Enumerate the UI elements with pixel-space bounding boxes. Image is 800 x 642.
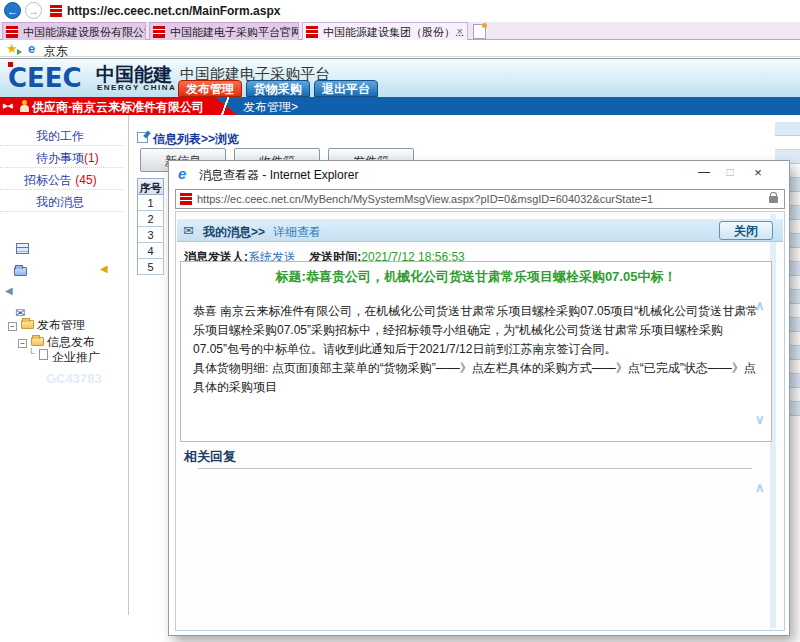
folder-open-icon [14, 267, 27, 276]
message-body-box: 标题:恭喜贵公司，机械化公司货送甘肃常乐项目螺栓采购07.05中标！ 恭喜 南京… [180, 261, 772, 442]
table-row[interactable]: 3 [138, 227, 164, 243]
browser-tab-2[interactable]: 中国能建电子采购平台官网 [149, 22, 299, 40]
collapse-sidebar-icon[interactable]: ▶◀ [3, 102, 12, 110]
page-icon [39, 349, 48, 360]
dialog-content: ✉ 我的消息>> 详细查看 关闭 消息发送人:系统发送 发送时间:2021/7/… [175, 211, 785, 631]
ceec-favicon [153, 26, 165, 38]
address-bar[interactable]: https://ec.ceec.net.cn/MainForm.aspx [67, 4, 280, 18]
ceec-favicon [306, 26, 318, 38]
tab-bar: 中国能源建设股份有限公司 中国能建电子采购平台官网 中国能源建设集团（股份）..… [0, 22, 800, 40]
table-row[interactable]: 1 [138, 195, 164, 211]
close-tab-icon[interactable]: × [457, 25, 463, 37]
ceec-favicon [50, 5, 62, 17]
favorites-bar: ★ e 京东 [0, 40, 800, 57]
dialog-title: 消息查看器 - Internet Explorer [199, 167, 358, 184]
list-edit-icon [137, 132, 148, 143]
divider [198, 468, 752, 469]
tree-item-enterprise-promo[interactable]: 企业推广 [52, 349, 100, 366]
message-title: 标题:恭喜贵公司，机械化公司货送甘肃常乐项目螺栓采购07.05中标！ [181, 268, 771, 286]
nav-tab-exit[interactable]: 退出平台 [314, 80, 378, 97]
notice-count: (45) [75, 173, 96, 187]
message-viewer-dialog: e 消息查看器 - Internet Explorer — □ × https:… [168, 160, 790, 636]
sidebar: 我的工作 待办事项(1) ◀ ◀ 招标公告 (45) ✉ 我的消息 − 发布管理… [0, 115, 129, 615]
sidebar-item-my-messages[interactable]: 我的消息 [0, 190, 124, 212]
breadcrumb-bar: ▶◀ 供应商-南京云来标准件有限公司 发布管理> [0, 97, 800, 115]
list-title: 信息列表>>浏览 [153, 131, 239, 148]
close-button[interactable]: 关闭 [719, 221, 773, 240]
table-row[interactable]: 2 [138, 211, 164, 227]
forward-icon: → [28, 5, 39, 17]
sidebar-item-todo[interactable]: 待办事项(1) [0, 146, 124, 168]
table-row[interactable]: 4 [138, 243, 164, 259]
divider [218, 97, 232, 115]
chevron-down-icon[interactable]: ∨ [755, 412, 765, 427]
tab-label: 中国能源建设股份有限公司 [23, 26, 146, 38]
tree-expand-icon[interactable]: − [18, 339, 27, 348]
work-grid-icon [16, 243, 29, 254]
dialog-address-bar: https://ec.ceec.net.cn/MyBench/MySystemM… [175, 189, 785, 209]
site-header: CEEC 中国能建 ENERGY CHINA 中国能建电子采购平台 发布管理 货… [0, 58, 800, 97]
tree-item-publish-mgmt[interactable]: 发布管理 [37, 317, 85, 334]
back-button[interactable]: ← [4, 2, 21, 19]
forward-button[interactable]: → [25, 2, 42, 19]
ceec-favicon [180, 193, 192, 205]
nav-tab-publish[interactable]: 发布管理 [178, 80, 242, 97]
lock-icon [769, 196, 778, 203]
todo-count: (1) [84, 151, 99, 165]
sidebar-item-my-work[interactable]: 我的工作 [0, 124, 124, 146]
favorites-star-icon[interactable]: ★ [6, 41, 18, 56]
browser-tab-1[interactable]: 中国能源建设股份有限公司 [2, 22, 146, 40]
ceec-favicon [6, 26, 18, 38]
tree-expand-icon[interactable]: − [8, 322, 17, 331]
maximize-button[interactable]: □ [721, 165, 739, 179]
watermark: GC43783 [46, 371, 102, 386]
table-header-seq: 序号 [138, 178, 164, 195]
message-paragraph: 恭喜 南京云来标准件有限公司，在机械化公司货送甘肃常乐项目螺栓采购07.05项目… [193, 302, 759, 359]
my-messages-label: 我的消息>> [203, 224, 265, 241]
ie-icon: e [28, 41, 35, 56]
chevron-up-icon[interactable]: ∧ [755, 480, 765, 495]
tree-corner-icon: └ [28, 348, 34, 359]
ceec-logo: CEEC [8, 63, 82, 93]
speaker-icon: ◀ [5, 285, 13, 296]
back-icon: ← [7, 5, 18, 17]
mail-icon: ✉ [183, 223, 194, 238]
related-replies-title: 相关回复 [184, 448, 236, 466]
message-paragraph: 具体货物明细: 点页面顶部主菜单的“货物采购”——》点左栏具体的采购方式——》点… [193, 359, 759, 397]
close-window-button[interactable]: × [749, 165, 767, 180]
folder-icon [21, 320, 34, 329]
browser-tab-3-active[interactable]: 中国能源建设集团（股份）... × [302, 22, 468, 40]
detail-view-link[interactable]: 详细查看 [273, 224, 321, 241]
supplier-name: 供应商-南京云来标准件有限公司 [32, 99, 204, 116]
tab-label: 中国能源建设集团（股份）... [323, 26, 464, 38]
horn-icon: ◀ [100, 263, 108, 274]
chevron-up-icon[interactable]: ∧ [755, 298, 765, 313]
nav-tab-goods[interactable]: 货物采购 [246, 80, 310, 97]
folder-icon [31, 337, 44, 346]
breadcrumb: 发布管理> [243, 99, 298, 116]
new-tab-button[interactable] [473, 24, 486, 39]
message-table: 序号 1 2 3 4 5 [137, 178, 164, 275]
tab-label: 中国能建电子采购平台官网 [170, 26, 299, 38]
browser-toolbar: ← → https://ec.ceec.net.cn/MainForm.aspx [0, 0, 800, 22]
minimize-button[interactable]: — [695, 165, 713, 179]
screen: ← → https://ec.ceec.net.cn/MainForm.aspx… [0, 0, 800, 642]
message-header-bar: ✉ 我的消息>> 详细查看 关闭 [177, 219, 783, 242]
dialog-titlebar[interactable]: e 消息查看器 - Internet Explorer — □ × [169, 161, 789, 187]
user-icon [20, 100, 29, 112]
ie-icon: e [178, 165, 186, 182]
sidebar-item-tender-notice[interactable]: 招标公告 (45) [0, 168, 124, 190]
dialog-url: https://ec.ceec.net.cn/MyBench/MySystemM… [197, 193, 653, 205]
logo-english: ENERGY CHINA [97, 83, 176, 92]
message-body: 恭喜 南京云来标准件有限公司，在机械化公司货送甘肃常乐项目螺栓采购07.05项目… [193, 302, 759, 397]
table-row[interactable]: 5 [138, 259, 164, 275]
